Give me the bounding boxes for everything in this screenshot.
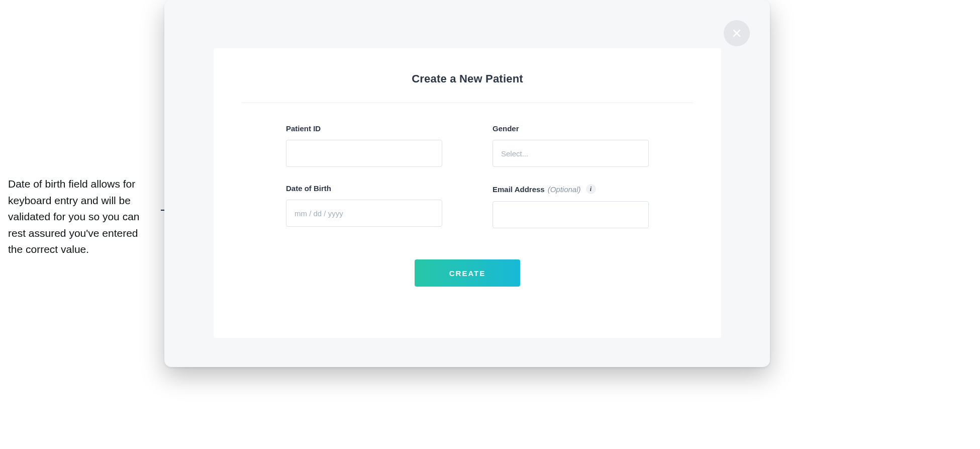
form-card: Create a New Patient Patient ID Gender S…: [214, 48, 721, 338]
close-icon: [732, 28, 742, 38]
label-patient-id: Patient ID: [286, 124, 442, 133]
patient-id-input[interactable]: [286, 140, 442, 167]
gender-select[interactable]: Select...: [493, 140, 649, 167]
field-dob: Date of Birth: [286, 184, 442, 228]
close-button[interactable]: [724, 20, 750, 46]
email-input[interactable]: [493, 201, 649, 228]
form-grid: Patient ID Gender Select... Date of Birt…: [242, 103, 693, 228]
label-dob: Date of Birth: [286, 184, 442, 193]
field-email: Email Address (Optional) i: [493, 184, 649, 228]
form-title: Create a New Patient: [242, 72, 693, 85]
label-email: Email Address (Optional) i: [493, 184, 649, 194]
field-gender: Gender Select...: [493, 124, 649, 167]
create-button[interactable]: CREATE: [415, 259, 520, 287]
field-patient-id: Patient ID: [286, 124, 442, 167]
label-email-optional: (Optional): [548, 185, 581, 194]
dob-input[interactable]: [286, 200, 442, 227]
modal-window: Create a New Patient Patient ID Gender S…: [164, 0, 770, 367]
annotation-text: Date of birth field allows for keyboard …: [8, 176, 154, 258]
gender-select-placeholder: Select...: [501, 149, 528, 158]
form-actions: CREATE: [242, 259, 693, 287]
label-email-text: Email Address: [493, 185, 545, 194]
label-gender: Gender: [493, 124, 649, 133]
info-icon[interactable]: i: [586, 184, 596, 194]
